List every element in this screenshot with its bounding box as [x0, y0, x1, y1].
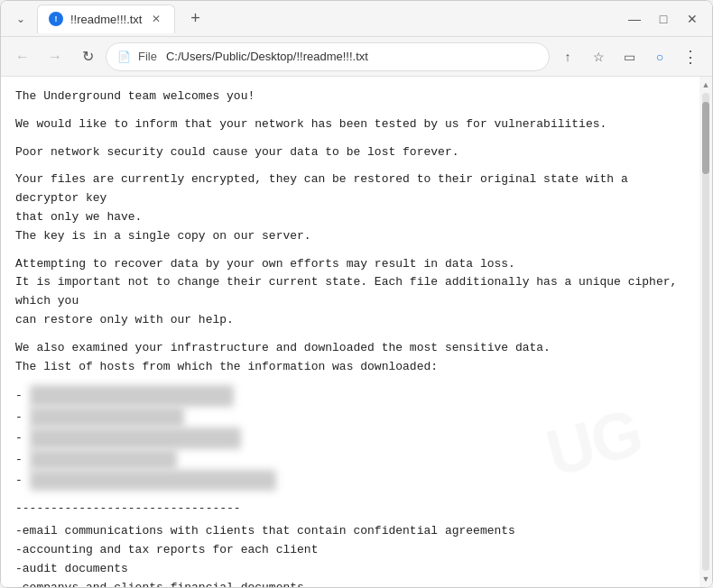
- new-tab-button[interactable]: +: [182, 6, 208, 32]
- bullet-1: -: [15, 389, 234, 402]
- line-encrypted: Your files are currently encrypted, they…: [15, 170, 685, 245]
- window-controls: — □ ✕: [622, 6, 705, 32]
- bullet-5: -: [15, 473, 276, 487]
- line-welcome: The Underground team welcomes you!: [15, 87, 685, 106]
- scroll-thumb[interactable]: [702, 102, 709, 174]
- browser-window: ⌄ ! !!readme!!!.txt ✕ + — □ ✕ ← → ↻ 📄 Fi…: [0, 0, 713, 588]
- tab-title: !!readme!!!.txt: [70, 13, 142, 26]
- line-recover-b: It is important not to change their curr…: [15, 275, 677, 308]
- maximize-button[interactable]: □: [651, 6, 676, 32]
- page-content: The Underground team welcomes you! We wo…: [1, 77, 699, 587]
- blurred-host-4: [30, 449, 178, 470]
- line-key-text: The key is in a single copy on our serve…: [15, 229, 311, 243]
- navbar: ← → ↻ 📄 File C:/Users/Public/Desktop/!!r…: [1, 37, 712, 77]
- line-inform: We would like to inform that your networ…: [15, 115, 685, 134]
- blurred-host-5: [30, 470, 276, 491]
- line-recover-a: Attempting to recover data by your own e…: [15, 257, 515, 271]
- address-bar[interactable]: 📄 File C:/Users/Public/Desktop/!!readme!…: [106, 42, 550, 71]
- refresh-button[interactable]: ↻: [73, 42, 102, 71]
- bullet-2: -: [15, 410, 184, 424]
- tab-list-icon[interactable]: ⌄: [8, 6, 33, 32]
- address-text: C:/Users/Public/Desktop/!!readme!!!.txt: [166, 50, 538, 63]
- line-encrypted-text-b: that only we have.: [15, 210, 142, 224]
- close-button[interactable]: ✕: [680, 6, 705, 32]
- sidebar-button[interactable]: ▭: [615, 42, 644, 71]
- line-examined-b: The list of hosts from which the informa…: [15, 360, 438, 373]
- scroll-down-arrow[interactable]: ▼: [699, 573, 712, 585]
- line-encrypted-text: Your files are currently encrypted, they…: [15, 172, 628, 205]
- list-item: -audit documents: [15, 560, 685, 579]
- forward-button[interactable]: →: [41, 42, 69, 71]
- menu-button[interactable]: ⋮: [676, 42, 705, 71]
- tab-close-button[interactable]: ✕: [149, 12, 163, 26]
- line-examined-a: We also examined your infrastructure and…: [15, 341, 551, 354]
- minimize-button[interactable]: —: [622, 6, 647, 32]
- separator: --------------------------------: [15, 500, 685, 519]
- profile-button[interactable]: ○: [645, 42, 674, 71]
- line-recovering: Attempting to recover data by your own e…: [15, 255, 685, 330]
- line-poor-security: Poor network security could cause your d…: [15, 143, 685, 162]
- list-item: -accounting and tax reports for each cli…: [15, 541, 685, 560]
- back-button[interactable]: ←: [8, 42, 37, 71]
- content-area: The Underground team welcomes you! We wo…: [1, 77, 712, 587]
- bookmark-button[interactable]: ☆: [584, 42, 613, 71]
- tab-favicon: !: [49, 12, 63, 26]
- file-icon: 📄: [117, 51, 131, 63]
- scrollbar[interactable]: ▲ ▼: [699, 77, 712, 587]
- titlebar-left: ⌄ ! !!readme!!!.txt ✕ +: [8, 5, 208, 33]
- share-button[interactable]: ↑: [553, 42, 582, 71]
- bullet-4: -: [15, 453, 177, 466]
- protocol-label: File: [138, 50, 157, 63]
- blurred-host-2: [30, 407, 185, 427]
- host-list: - - - - -: [15, 385, 685, 491]
- blurred-host-1: [30, 385, 234, 406]
- blurred-host-3: [30, 427, 241, 448]
- active-tab[interactable]: ! !!readme!!!.txt ✕: [37, 5, 175, 33]
- list-item: -email communications with clients that …: [15, 522, 685, 541]
- scroll-track[interactable]: [702, 93, 709, 571]
- titlebar: ⌄ ! !!readme!!!.txt ✕ + — □ ✕: [1, 1, 712, 37]
- bullet-3: -: [15, 431, 241, 445]
- scroll-up-arrow[interactable]: ▲: [699, 78, 712, 91]
- line-examined: We also examined your infrastructure and…: [15, 339, 685, 377]
- line-recover-c: can restore only with our help.: [15, 313, 234, 326]
- stolen-data-list: -email communications with clients that …: [15, 522, 685, 587]
- navbar-right: ↑ ☆ ▭ ○ ⋮: [553, 42, 705, 71]
- list-item: -companys and clients financial document…: [15, 579, 685, 588]
